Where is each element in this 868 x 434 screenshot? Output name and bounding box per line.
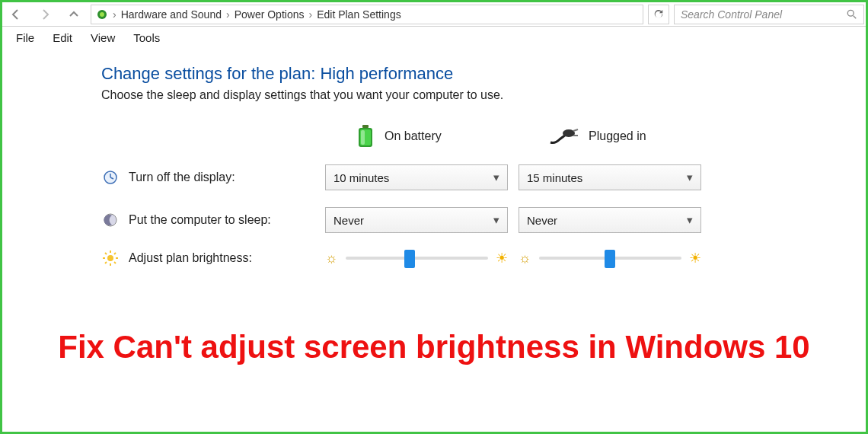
chevron-down-icon: ▾ (493, 213, 499, 227)
refresh-button[interactable] (648, 5, 669, 24)
svg-line-23 (105, 262, 107, 263)
page-subtitle: Choose the sleep and display settings th… (101, 88, 866, 102)
chevron-down-icon: ▾ (493, 171, 499, 184)
page-title: Change settings for the plan: High perfo… (101, 64, 866, 84)
menu-file[interactable]: File (16, 31, 34, 44)
select-value: Never (333, 214, 364, 227)
select-sleep-plugged[interactable]: Never ▾ (519, 207, 701, 233)
select-value: 15 minutes (527, 171, 582, 184)
menu-bar: File Edit View Tools (2, 27, 866, 50)
clock-icon (101, 169, 120, 186)
svg-line-20 (105, 253, 107, 254)
column-header-plugged: Plugged in (519, 127, 701, 145)
column-label-plugged: Plugged in (589, 129, 646, 143)
brightness-low-icon: ☼ (325, 251, 338, 266)
svg-rect-4 (362, 125, 369, 128)
search-input[interactable]: Search Control Panel (674, 5, 864, 24)
slider-thumb[interactable] (404, 250, 415, 268)
svg-rect-7 (361, 130, 365, 145)
slider-track[interactable] (346, 257, 489, 260)
brightness-high-icon: ☀ (689, 250, 701, 266)
select-value: Never (527, 214, 557, 227)
slider-brightness-battery[interactable]: ☼ ☀ (325, 250, 508, 266)
crumb-power[interactable]: Power Options (235, 8, 305, 21)
select-sleep-battery[interactable]: Never ▾ (325, 207, 508, 233)
crumb-hardware[interactable]: Hardware and Sound (121, 8, 222, 21)
svg-line-22 (114, 253, 116, 254)
select-display-plugged[interactable]: 15 minutes ▾ (519, 164, 701, 190)
menu-edit[interactable]: Edit (53, 31, 72, 44)
address-bar: › Hardware and Sound › Power Options › E… (2, 2, 866, 27)
content-area: Change settings for the plan: High perfo… (2, 50, 866, 266)
chevron-down-icon: ▾ (687, 213, 693, 227)
control-panel-icon (96, 8, 108, 21)
up-button[interactable] (62, 4, 86, 25)
select-value: 10 minutes (333, 171, 389, 184)
slider-thumb[interactable] (605, 250, 615, 268)
forward-button[interactable] (33, 4, 57, 25)
row-label-display: Turn off the display: (101, 169, 314, 186)
select-display-battery[interactable]: 10 minutes ▾ (325, 164, 508, 190)
row-label-sleep: Put the computer to sleep: (101, 212, 314, 228)
chevron-down-icon: ▾ (687, 171, 693, 184)
settings-grid: On battery Plugged in Turn off the displ… (101, 125, 866, 266)
overlay-caption: Fix Can't adjust screen brightness in Wi… (0, 327, 868, 368)
menu-view[interactable]: View (91, 31, 115, 44)
breadcrumb[interactable]: › Hardware and Sound › Power Options › E… (91, 5, 643, 24)
svg-point-2 (847, 10, 854, 16)
svg-line-9 (573, 129, 578, 131)
slider-track[interactable] (539, 257, 682, 260)
svg-point-15 (107, 255, 113, 261)
back-button[interactable] (4, 4, 28, 25)
plug-icon (549, 127, 579, 145)
menu-tools[interactable]: Tools (133, 31, 160, 44)
search-icon (847, 9, 857, 20)
crumb-edit-plan[interactable]: Edit Plan Settings (317, 8, 401, 21)
search-placeholder: Search Control Panel (681, 8, 841, 21)
column-header-battery: On battery (325, 125, 508, 148)
moon-icon (101, 212, 120, 228)
svg-line-21 (114, 262, 116, 263)
slider-brightness-plugged[interactable]: ☼ ☀ (519, 250, 701, 266)
brightness-high-icon: ☀ (496, 250, 508, 266)
row-label-brightness: Adjust plan brightness: (101, 250, 314, 266)
battery-icon (356, 125, 375, 148)
svg-point-1 (100, 12, 104, 17)
svg-point-8 (563, 129, 575, 137)
brightness-low-icon: ☼ (519, 251, 531, 266)
svg-line-3 (854, 15, 857, 18)
column-label-battery: On battery (385, 129, 442, 143)
sun-icon (101, 250, 120, 266)
